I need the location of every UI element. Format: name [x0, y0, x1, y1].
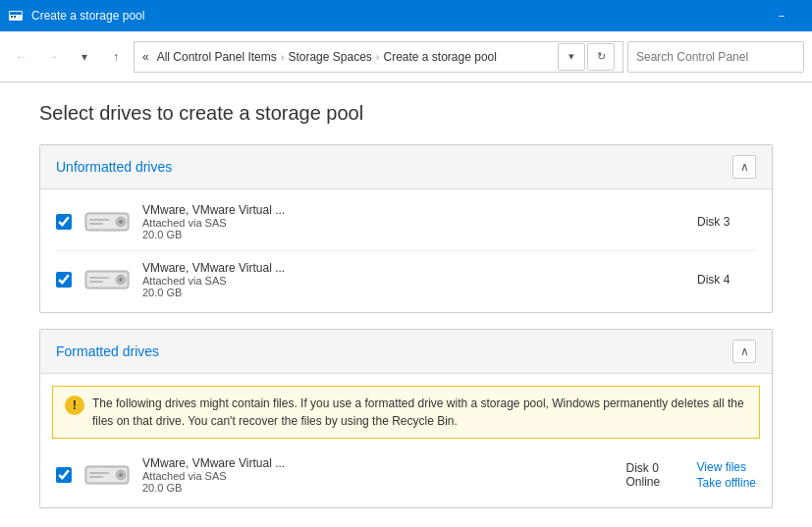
breadcrumb-current: Create a storage pool [383, 50, 496, 64]
view-files-link[interactable]: View files [697, 460, 757, 474]
svg-rect-14 [89, 277, 109, 279]
svg-point-13 [119, 278, 123, 282]
main-content: Select drives to create a storage pool U… [0, 82, 812, 527]
drive-connection-disk4: Attached via SAS [142, 275, 685, 287]
recent-locations-button[interactable]: ▾ [71, 43, 98, 71]
drive-name-disk4: VMware, VMware Virtual ... [142, 261, 685, 275]
drive-size-disk3: 20.0 GB [142, 229, 685, 240]
drive-info-disk0: VMware, VMware Virtual ... Attached via … [142, 456, 615, 494]
minimize-button[interactable]: − [759, 0, 804, 31]
drive-size-disk0: 20.0 GB [142, 482, 615, 494]
svg-rect-9 [89, 223, 103, 225]
drive-row: VMware, VMware Virtual ... Attached via … [40, 193, 772, 250]
drive-icon-disk0 [83, 458, 131, 492]
address-field[interactable]: « All Control Panel Items › Storage Spac… [134, 41, 623, 73]
app-icon [8, 8, 24, 24]
formatted-section: Formatted drives ∧ ! The following drive… [39, 329, 773, 508]
formatted-toggle[interactable]: ∧ [732, 340, 756, 363]
breadcrumb-panel[interactable]: All Control Panel Items [157, 50, 277, 64]
breadcrumb-arrow-2: › [376, 51, 380, 63]
svg-rect-21 [89, 476, 103, 478]
drive-checkbox-disk0[interactable] [56, 467, 72, 483]
drive-actions-disk0: View files Take offline [697, 460, 757, 490]
back-button[interactable]: ← [8, 43, 35, 71]
up-button[interactable]: ↑ [102, 43, 130, 71]
search-input[interactable] [627, 41, 804, 73]
forward-button[interactable]: → [39, 43, 67, 71]
drive-icon-disk4 [83, 263, 131, 296]
formatted-section-title: Formatted drives [56, 343, 159, 359]
warning-icon: ! [65, 395, 84, 415]
title-bar: Create a storage pool − [0, 0, 812, 31]
breadcrumb-arrow-1: › [281, 51, 285, 63]
svg-rect-3 [14, 16, 16, 18]
refresh-button[interactable]: ↻ [587, 43, 615, 71]
unformatted-section: Unformatted drives ∧ VMware, VMware Virt… [39, 144, 773, 313]
drive-info-disk3: VMware, VMware Virtual ... Attached via … [142, 203, 685, 240]
address-bar: ← → ▾ ↑ « All Control Panel Items › Stor… [0, 31, 812, 82]
warning-text: The following drives might contain files… [92, 395, 747, 430]
drive-connection-disk3: Attached via SAS [142, 217, 685, 229]
breadcrumb: « All Control Panel Items › Storage Spac… [142, 50, 558, 64]
svg-rect-2 [11, 16, 13, 18]
formatted-warning: ! The following drives might contain fil… [52, 386, 760, 439]
unformatted-section-header: Unformatted drives ∧ [40, 145, 772, 189]
title-bar-text: Create a storage pool [31, 9, 144, 23]
unformatted-section-title: Unformatted drives [56, 159, 172, 175]
take-offline-link[interactable]: Take offline [697, 476, 757, 490]
drive-row: VMware, VMware Virtual ... Attached via … [40, 447, 772, 503]
dropdown-button[interactable]: ▾ [558, 43, 585, 71]
page-title: Select drives to create a storage pool [39, 102, 773, 125]
unformatted-section-body: VMware, VMware Virtual ... Attached via … [40, 189, 772, 312]
window-controls: − [759, 0, 804, 31]
svg-rect-1 [10, 12, 22, 15]
drive-checkbox-disk4[interactable] [56, 272, 72, 288]
unformatted-toggle[interactable]: ∧ [732, 155, 756, 179]
svg-rect-15 [89, 281, 103, 283]
formatted-section-header: Formatted drives ∧ [40, 330, 772, 374]
drive-name-disk0: VMware, VMware Virtual ... [142, 456, 615, 470]
breadcrumb-more: « [142, 50, 149, 64]
svg-rect-8 [89, 219, 109, 221]
drive-row: VMware, VMware Virtual ... Attached via … [40, 251, 772, 308]
drive-connection-disk0: Attached via SAS [142, 470, 615, 482]
drive-icon-disk3 [83, 205, 131, 238]
drive-disk-label-disk4: Disk 4 [697, 273, 756, 287]
breadcrumb-storage-spaces[interactable]: Storage Spaces [288, 50, 371, 64]
drive-name-disk3: VMware, VMware Virtual ... [142, 203, 685, 217]
drive-info-disk4: VMware, VMware Virtual ... Attached via … [142, 261, 685, 298]
svg-rect-20 [89, 472, 109, 474]
formatted-section-body: ! The following drives might contain fil… [40, 374, 772, 507]
svg-point-7 [119, 220, 123, 224]
drive-checkbox-disk3[interactable] [56, 214, 72, 230]
drive-disk-label-disk3: Disk 3 [697, 215, 756, 229]
svg-point-19 [119, 473, 123, 477]
drive-disk-label-disk0: Disk 0 Online [626, 461, 685, 489]
address-actions: ▾ ↻ [558, 43, 615, 71]
drive-size-disk4: 20.0 GB [142, 287, 685, 298]
